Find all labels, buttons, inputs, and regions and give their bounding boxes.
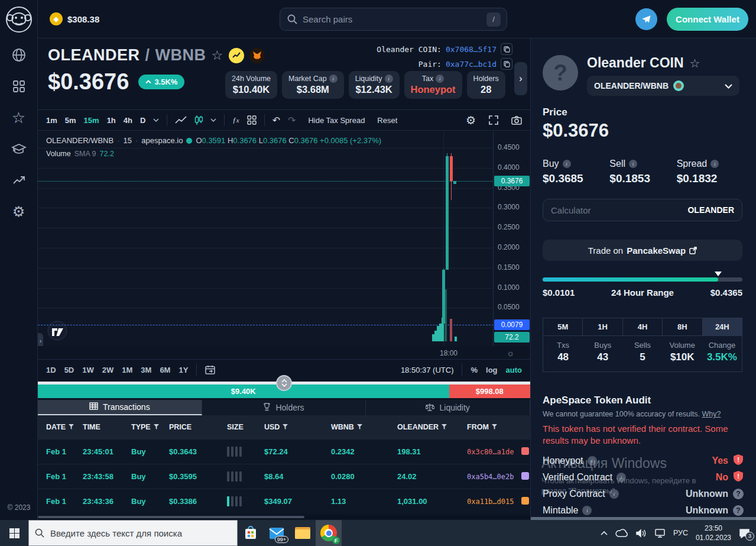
col-header-type[interactable]: TYPE bbox=[131, 423, 169, 431]
tab-transactions[interactable]: Transactions bbox=[38, 400, 202, 415]
search-input[interactable] bbox=[303, 14, 486, 24]
info-icon[interactable]: i bbox=[329, 75, 338, 83]
stats-tab-24h[interactable]: 24H bbox=[703, 318, 742, 335]
notification-center-icon[interactable]: 3 bbox=[739, 528, 750, 538]
poocoin-icon[interactable] bbox=[229, 48, 244, 63]
table-row[interactable]: Feb 123:43:36Buy$0.3386$349.071.131,031.… bbox=[38, 489, 530, 513]
info-icon[interactable]: i bbox=[582, 506, 592, 515]
stats-tab-5m[interactable]: 5M bbox=[543, 318, 583, 335]
contract-address[interactable]: 0x7068…5f17 bbox=[446, 45, 497, 54]
panel-resize-handle[interactable] bbox=[276, 375, 292, 391]
cell-from-address[interactable]: 0xa5b4…0e2b bbox=[467, 473, 521, 481]
info-icon[interactable]: i bbox=[436, 75, 444, 83]
language-indicator[interactable]: РУС bbox=[673, 529, 688, 537]
filter-funnel-icon[interactable] bbox=[69, 423, 74, 431]
dashboard-grid-icon[interactable] bbox=[11, 79, 27, 94]
timeframe-4h[interactable]: 4h bbox=[124, 116, 132, 125]
fullscreen-icon[interactable] bbox=[489, 115, 498, 125]
col-header-from[interactable]: FROM bbox=[467, 423, 521, 431]
table-row[interactable]: Feb 123:43:58Buy$0.3595$8.640.028024.020… bbox=[38, 464, 530, 489]
pair-selector-dropdown[interactable]: OLEANDER/WBNB bbox=[587, 76, 739, 96]
stats-tab-4h[interactable]: 4H bbox=[623, 318, 663, 335]
stats-tab-8h[interactable]: 8H bbox=[663, 318, 702, 335]
auto-scale-button[interactable]: auto bbox=[506, 366, 522, 374]
start-button[interactable] bbox=[0, 520, 28, 546]
info-icon[interactable]: i bbox=[710, 160, 719, 168]
timeframe-5m[interactable]: 5m bbox=[65, 116, 76, 125]
tab-holders[interactable]: Holders bbox=[202, 400, 366, 415]
favorite-token-star-icon[interactable]: ☆ bbox=[690, 56, 700, 70]
chart-type-dropdown-icon[interactable] bbox=[210, 118, 216, 122]
watchlist-expand-handle[interactable]: › bbox=[38, 333, 43, 346]
range-2W[interactable]: 2W bbox=[102, 366, 114, 374]
trending-icon[interactable] bbox=[11, 173, 27, 188]
chart-plot[interactable]: OLEANDER/WBNB· 15· apespace.io O0.3591 H… bbox=[38, 131, 494, 346]
col-header-price[interactable]: PRICE bbox=[169, 423, 227, 431]
chrome-app-icon[interactable]: F bbox=[316, 520, 342, 546]
copy-contract-button[interactable] bbox=[501, 43, 512, 55]
store-app-icon[interactable] bbox=[238, 520, 264, 546]
interval-dropdown-icon[interactable] bbox=[153, 118, 159, 122]
percent-scale-button[interactable]: % bbox=[471, 366, 478, 374]
price-scale[interactable]: 0.45000.40000.35000.30000.25000.20000.15… bbox=[494, 131, 530, 346]
col-header-oleander[interactable]: OLEANDER bbox=[397, 423, 467, 431]
line-chart-type-icon[interactable] bbox=[175, 116, 187, 124]
filter-funnel-icon[interactable] bbox=[154, 423, 159, 431]
tradingview-logo[interactable] bbox=[47, 321, 67, 343]
col-header-date[interactable]: DATE bbox=[46, 423, 83, 431]
candle-chart-type-icon[interactable] bbox=[194, 115, 203, 125]
range-3M[interactable]: 3M bbox=[141, 366, 151, 374]
volume-icon[interactable] bbox=[636, 529, 647, 538]
range-1Y[interactable]: 1Y bbox=[179, 366, 188, 374]
range-6M[interactable]: 6M bbox=[160, 366, 170, 374]
info-icon[interactable]: i bbox=[588, 456, 597, 466]
wallet-icon[interactable] bbox=[521, 472, 530, 482]
range-1D[interactable]: 1D bbox=[46, 366, 56, 374]
trade-pancakeswap-button[interactable]: Trade on PancakeSwap bbox=[543, 240, 742, 261]
col-header-size[interactable]: SIZE bbox=[227, 423, 264, 431]
log-scale-button[interactable]: log bbox=[486, 366, 498, 374]
clock[interactable]: 23:50 01.02.2023 bbox=[696, 524, 731, 542]
reset-button[interactable]: Reset bbox=[377, 116, 397, 125]
search-pairs[interactable]: / bbox=[280, 8, 507, 31]
telegram-button[interactable] bbox=[635, 8, 657, 30]
range-slider[interactable] bbox=[543, 277, 742, 282]
layout-grid-icon[interactable] bbox=[247, 115, 257, 125]
undo-icon[interactable]: ↶ bbox=[272, 115, 280, 126]
timeframe-1h[interactable]: 1h bbox=[107, 116, 116, 125]
taskbar-search-input[interactable] bbox=[50, 528, 231, 538]
favorites-star-icon[interactable]: ☆ bbox=[11, 110, 27, 125]
indicators-fx-icon[interactable]: ƒx bbox=[232, 115, 239, 125]
onedrive-cloud-icon[interactable] bbox=[615, 529, 628, 537]
col-header-usd[interactable]: USD bbox=[264, 423, 331, 431]
hide-tax-spread-button[interactable]: Hide Tax Spread bbox=[308, 116, 365, 125]
info-icon[interactable]: i bbox=[385, 75, 393, 83]
filter-funnel-icon[interactable] bbox=[442, 423, 447, 431]
cards-next-button[interactable]: › bbox=[514, 62, 527, 95]
info-icon[interactable]: i bbox=[563, 160, 571, 168]
wallet-icon[interactable] bbox=[521, 447, 530, 457]
range-1W[interactable]: 1W bbox=[82, 366, 94, 374]
cell-from-address[interactable]: 0x3c80…a1de bbox=[467, 448, 521, 456]
file-explorer-icon[interactable] bbox=[290, 520, 316, 546]
connect-wallet-button[interactable]: Connect Wallet bbox=[667, 8, 748, 31]
stats-tab-1h[interactable]: 1H bbox=[583, 318, 622, 335]
copy-pair-button[interactable] bbox=[501, 58, 512, 70]
network-icon[interactable] bbox=[654, 528, 666, 538]
filter-funnel-icon[interactable] bbox=[283, 423, 288, 431]
range-5D[interactable]: 5D bbox=[64, 366, 74, 374]
timeframe-1m[interactable]: 1m bbox=[46, 116, 57, 125]
time-axis[interactable]: 18:00 ☼ bbox=[38, 346, 530, 360]
cell-from-address[interactable]: 0xa11b…d015 bbox=[467, 497, 521, 506]
timeframe-15m[interactable]: 15m bbox=[84, 116, 99, 125]
apespace-logo[interactable] bbox=[0, 0, 37, 39]
info-icon[interactable]: i bbox=[609, 489, 619, 499]
globe-icon[interactable] bbox=[11, 47, 27, 63]
snapshot-camera-icon[interactable] bbox=[511, 116, 522, 125]
filter-funnel-icon[interactable] bbox=[357, 423, 362, 431]
filter-funnel-icon[interactable] bbox=[492, 423, 497, 431]
range-slider-thumb[interactable] bbox=[715, 272, 722, 276]
go-to-date-calendar-icon[interactable] bbox=[205, 365, 215, 374]
scrollbar-thumb[interactable] bbox=[38, 516, 304, 518]
timeframe-D[interactable]: D bbox=[140, 116, 145, 125]
